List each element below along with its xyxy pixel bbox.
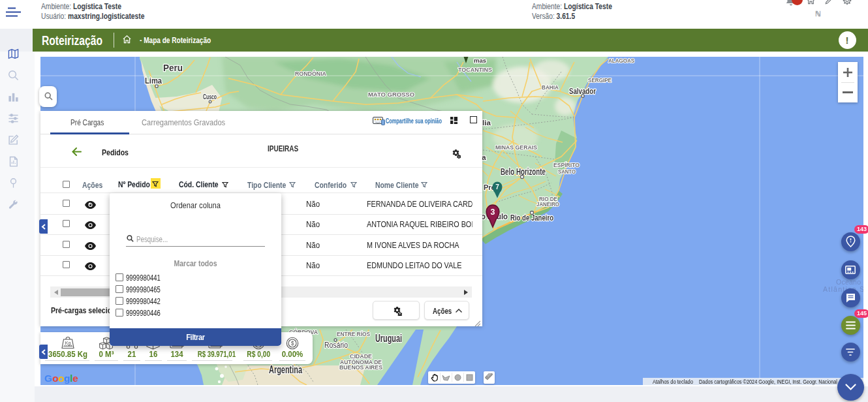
svg-text:3: 3 <box>491 208 495 217</box>
svg-text:G: G <box>44 373 52 384</box>
svg-text:MATO GROSSO: MATO GROSSO <box>368 91 414 98</box>
svg-text:ENTRE RÍOS: ENTRE RÍOS <box>337 330 370 337</box>
svg-text:Atalhos do teclado: Atalhos do teclado <box>653 378 693 385</box>
svg-text:JANEIRO: JANEIRO <box>536 201 559 208</box>
svg-text:mas: mas <box>474 57 486 64</box>
svg-text:TOCANTINS: TOCANTINS <box>458 66 492 73</box>
svg-text:7: 7 <box>495 183 499 191</box>
svg-text:Lima: Lima <box>145 76 163 85</box>
svg-text:Uruguai: Uruguai <box>375 333 402 344</box>
svg-text:Argentina: Argentina <box>269 364 302 375</box>
svg-text:Kg: Kg <box>65 341 71 346</box>
svg-text:RONDÔNIA: RONDÔNIA <box>295 70 326 77</box>
svg-text:lia: lia <box>482 119 491 127</box>
svg-text:BUENOS AIRES: BUENOS AIRES <box>339 364 382 371</box>
svg-text:Peru: Peru <box>163 62 183 73</box>
svg-text:ALAGOAS: ALAGOAS <box>608 57 634 64</box>
svg-text:e: e <box>72 373 78 384</box>
svg-text:BAHIA: BAHIA <box>542 84 559 91</box>
svg-text:MINAS GERAIS: MINAS GERAIS <box>495 144 537 151</box>
svg-text:SANTO: SANTO <box>558 168 576 175</box>
svg-text:SERGIPE: SERGIPE <box>588 77 612 84</box>
svg-text:$: $ <box>291 340 294 347</box>
svg-text:Dados cartográficos ©2024 Goog: Dados cartográficos ©2024 Google, INEGI,… <box>699 378 837 385</box>
svg-text:Cusco: Cusco <box>203 93 217 100</box>
svg-text:ESPÍRITO: ESPÍRITO <box>553 162 580 168</box>
